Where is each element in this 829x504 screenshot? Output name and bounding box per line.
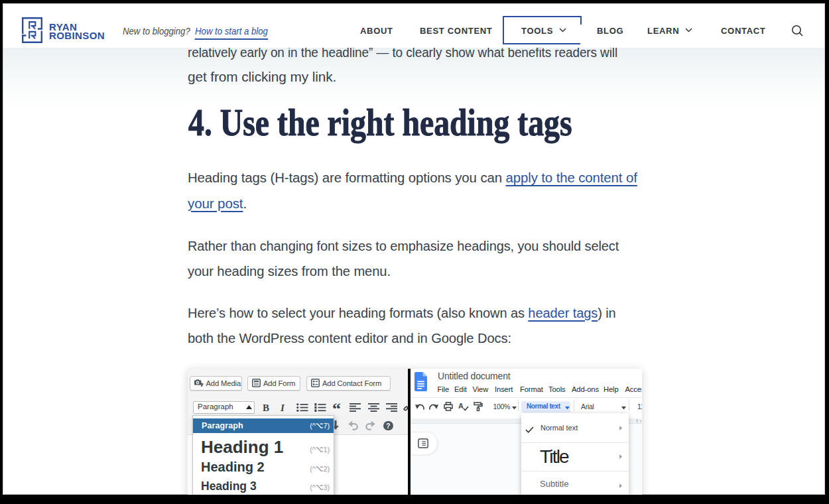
svg-text:A: A [458, 402, 464, 410]
